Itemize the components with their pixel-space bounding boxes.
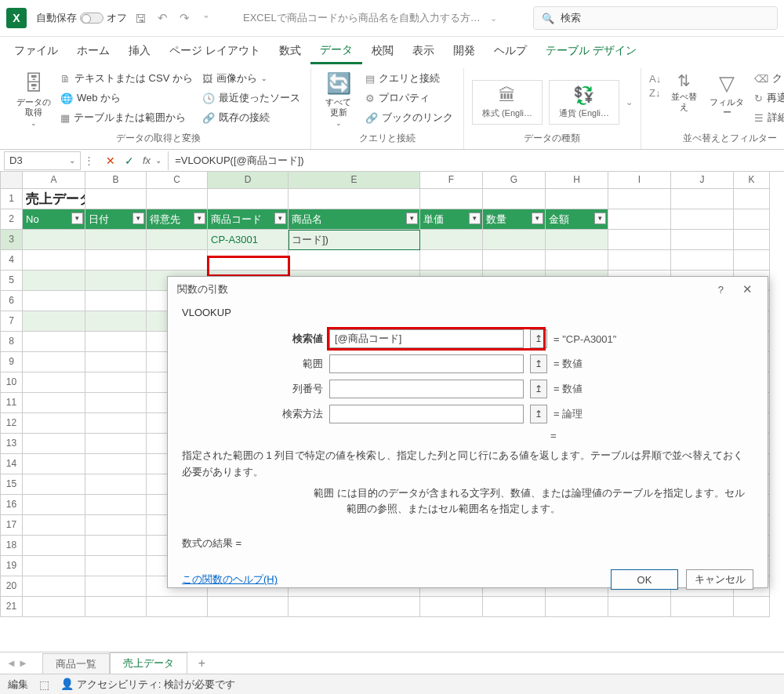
row-header[interactable]: 7 (0, 311, 23, 332)
cell[interactable] (23, 372, 85, 393)
refresh-all-button[interactable]: 🔄 すべて 更新 ⌄ (319, 70, 358, 129)
cell[interactable] (147, 597, 208, 617)
cell[interactable] (23, 352, 85, 372)
cell[interactable] (85, 556, 147, 576)
from-csv-button[interactable]: 🗎テキストまたは CSV から (58, 70, 195, 87)
cancel-formula-button[interactable]: ✕ (102, 152, 119, 169)
cell[interactable] (734, 250, 770, 271)
row-header[interactable]: 9 (0, 352, 23, 372)
cell[interactable]: 単価▾ (420, 209, 483, 230)
cell[interactable] (23, 230, 85, 250)
cell[interactable] (23, 495, 85, 515)
column-header[interactable]: G (483, 172, 546, 189)
row-header[interactable]: 15 (0, 474, 23, 495)
currency-button[interactable]: 💱通貨 (Engli… (549, 80, 619, 125)
cell[interactable] (734, 189, 770, 209)
ok-button[interactable]: OK (611, 569, 678, 590)
row-header[interactable]: 20 (0, 576, 23, 597)
row-header[interactable]: 21 (0, 597, 23, 617)
cancel-button[interactable]: キャンセル (686, 569, 753, 590)
tab-home[interactable]: ホーム (67, 39, 119, 63)
help-link[interactable]: この関数のヘルプ(H) (182, 572, 278, 587)
tab-table-design[interactable]: テーブル デザイン (536, 39, 646, 63)
filter-dropdown-icon[interactable]: ▾ (594, 213, 606, 224)
cell[interactable] (608, 189, 671, 209)
range-picker-button[interactable]: ↥ (530, 354, 547, 373)
cell[interactable] (23, 454, 85, 474)
row-header[interactable]: 17 (0, 515, 23, 536)
sort-za-icon[interactable]: Z↓ (649, 87, 660, 99)
cell[interactable] (23, 291, 85, 311)
tab-insert[interactable]: 挿入 (119, 39, 160, 63)
cell[interactable] (608, 230, 671, 250)
cell[interactable] (23, 250, 85, 271)
sort-button[interactable]: ⇅ 並べ替え (666, 70, 702, 114)
row-header[interactable]: 1 (0, 189, 23, 209)
cell[interactable] (23, 536, 85, 556)
cell[interactable] (85, 393, 147, 413)
close-button[interactable]: ✕ (736, 282, 758, 296)
filter-dropdown-icon[interactable]: ▾ (469, 213, 481, 224)
filter-dropdown-icon[interactable]: ▾ (274, 213, 286, 224)
workbook-links-button[interactable]: 🔗ブックのリンク (363, 109, 456, 126)
cell[interactable] (208, 250, 289, 271)
cell[interactable]: 商品コード▾ (208, 209, 289, 230)
cell[interactable] (85, 352, 147, 372)
column-header[interactable]: I (608, 172, 671, 189)
cell[interactable] (546, 230, 608, 250)
column-header[interactable]: F (420, 172, 483, 189)
lookup-value-input[interactable] (329, 329, 524, 348)
cell[interactable] (147, 189, 208, 209)
sheet-tab-sales[interactable]: 売上データ (110, 652, 187, 675)
cell[interactable] (85, 250, 147, 271)
cell[interactable] (483, 230, 546, 250)
cell[interactable] (85, 434, 147, 454)
cell[interactable] (23, 311, 85, 332)
cell[interactable] (289, 597, 420, 617)
cell[interactable] (671, 250, 734, 271)
cell[interactable] (671, 597, 734, 617)
cell[interactable] (85, 597, 147, 617)
cell[interactable] (671, 189, 734, 209)
cell[interactable] (85, 536, 147, 556)
row-header[interactable]: 4 (0, 250, 23, 271)
macro-record-icon[interactable]: ⬚ (39, 678, 49, 691)
cell[interactable]: 売上データ (23, 189, 85, 209)
cell[interactable] (23, 413, 85, 434)
cell[interactable] (420, 250, 483, 271)
row-header[interactable]: 16 (0, 495, 23, 515)
get-data-button[interactable]: 🗄 データの 取得 ⌄ (14, 70, 53, 129)
cell[interactable] (734, 230, 770, 250)
tab-formulas[interactable]: 数式 (270, 39, 310, 63)
cell[interactable] (483, 597, 546, 617)
cell[interactable] (23, 576, 85, 597)
row-header[interactable]: 11 (0, 393, 23, 413)
filter-dropdown-icon[interactable]: ▾ (132, 213, 144, 224)
row-header[interactable]: 13 (0, 434, 23, 454)
row-header[interactable]: 12 (0, 413, 23, 434)
tab-help[interactable]: ヘルプ (485, 39, 536, 63)
cell[interactable]: CP-A3001 (208, 230, 289, 250)
cell[interactable]: 金額▾ (546, 209, 608, 230)
recent-sources-button[interactable]: 🕓最近使ったソース (200, 89, 303, 107)
cell[interactable] (420, 597, 483, 617)
select-all-corner[interactable] (0, 172, 23, 189)
fx-dropdown-icon[interactable]: ⌄ (155, 156, 162, 165)
tab-developer[interactable]: 開発 (444, 39, 485, 63)
row-header[interactable]: 5 (0, 271, 23, 291)
cell[interactable] (483, 250, 546, 271)
cell[interactable]: 日付▾ (85, 209, 147, 230)
help-icon[interactable]: ? (718, 284, 724, 296)
cell[interactable] (608, 250, 671, 271)
cell[interactable] (85, 271, 147, 291)
cell[interactable] (23, 434, 85, 454)
filter-button[interactable]: ▽ フィルター (706, 70, 747, 119)
cell[interactable] (734, 597, 770, 617)
tab-layout[interactable]: ページ レイアウト (160, 39, 270, 63)
advanced-filter-button[interactable]: ☰詳細設定 (752, 109, 784, 126)
cell[interactable] (23, 597, 85, 617)
row-header[interactable]: 8 (0, 332, 23, 352)
add-sheet-button[interactable]: + (198, 656, 205, 670)
filter-dropdown-icon[interactable]: ▾ (532, 213, 543, 224)
cell[interactable] (85, 576, 147, 597)
